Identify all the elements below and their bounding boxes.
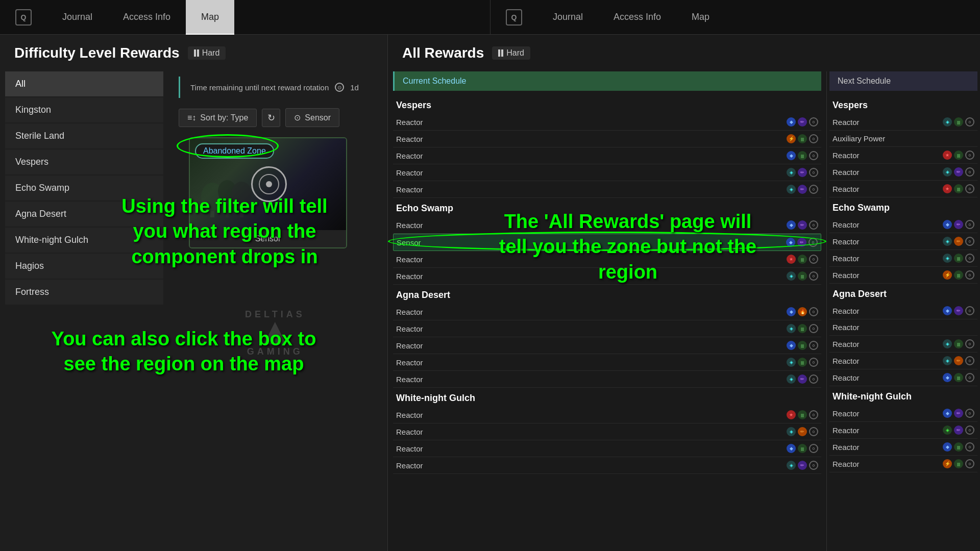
table-row: Auxiliary Power <box>829 131 977 147</box>
table-row: Reactor ◈ ✏ ○ <box>393 457 821 474</box>
current-agna-title: Agna Desert <box>393 285 821 304</box>
table-row: Reactor ◆ ✏ ○ <box>829 216 977 233</box>
refresh-button[interactable]: ↻ <box>262 109 280 127</box>
sort-button[interactable]: ≡↕ Sort by: Type <box>179 109 257 127</box>
table-row: Reactor ◈ ✏ ○ <box>393 164 821 181</box>
sensor-filter-button[interactable]: ⊙ Sensor <box>285 108 339 127</box>
table-row: Reactor ◆ ||| ○ <box>393 147 821 164</box>
region-item-vespers[interactable]: Vespers <box>5 149 163 174</box>
table-row: Reactor ⚡ ||| ○ <box>829 267 977 284</box>
table-row: Reactor ◆ 🔥 ○ <box>393 304 821 320</box>
table-row: Reactor <box>829 319 977 336</box>
sensor-filter-icon: ⊙ <box>294 113 301 122</box>
table-row: Reactor ◆ ✏ ○ <box>393 114 821 131</box>
right-panel-header: All Rewards Hard <box>388 35 980 71</box>
right-nav: Q Journal Access Info Map <box>490 0 980 34</box>
table-row: Reactor ◆ ||| ○ <box>829 439 977 456</box>
region-item-all[interactable]: All <box>5 71 163 96</box>
zone-card-label: Abandoned Zone <box>195 143 274 159</box>
region-item-kingston[interactable]: Kingston <box>5 97 163 122</box>
current-schedule-column: Current Schedule Vespers Reactor ◆ ✏ ○ R… <box>388 71 826 551</box>
table-row: Reactor ◈ ✏ ○ <box>829 422 977 439</box>
next-schedule-header: Next Schedule <box>829 71 977 91</box>
q-icon-right: Q <box>506 9 522 26</box>
left-panel-header: Difficulty Level Rewards Hard <box>0 35 387 71</box>
table-row: Reactor ◈ ||| ○ <box>829 336 977 353</box>
next-schedule-column: Next Schedule Vespers Reactor ◈ ||| ○ Au… <box>827 71 980 551</box>
table-row: Reactor ⚡ ||| ○ <box>393 131 821 147</box>
right-panel-title: All Rewards <box>402 45 484 61</box>
annotation-click-box: You can also click the box to see the re… <box>51 327 316 377</box>
table-row: Reactor ◈ ||| ○ <box>393 320 821 337</box>
table-row: Reactor ◈ ✏ ○ <box>393 181 821 198</box>
table-row: Reactor ★ ||| ○ <box>829 181 977 197</box>
left-panel: Difficulty Level Rewards Hard All Kingst… <box>0 35 388 551</box>
right-difficulty-badge: Hard <box>492 46 530 60</box>
nav-map-right[interactable]: Map <box>676 0 725 35</box>
annotation-filter: Using the filter will tell you what regi… <box>102 194 347 269</box>
annotation-all-rewards: The 'All Rewards' page will tell you the… <box>490 209 766 285</box>
sort-icon: ≡↕ <box>187 113 196 122</box>
clock-icon: ⊙ <box>335 83 344 92</box>
nav-bar: Q Journal Access Info Map Q Journal Acce… <box>0 0 980 35</box>
table-row: Reactor ◈ ||| ○ <box>829 250 977 267</box>
pause-icon <box>194 49 199 57</box>
table-row: Reactor ◈ ||| ○ <box>829 114 977 131</box>
main-content: Difficulty Level Rewards Hard All Kingst… <box>0 35 980 551</box>
current-white-night-title: White-night Gulch <box>393 388 821 407</box>
next-echo-swamp-title: Echo Swamp <box>829 197 977 216</box>
nav-map-left[interactable]: Map <box>186 0 234 35</box>
table-row: Reactor ◈ ✏ ○ <box>829 233 977 250</box>
left-main-area: All Kingston Sterile Land Vespers Echo S… <box>0 71 387 551</box>
next-white-night-title: White-night Gulch <box>829 386 977 405</box>
region-list: All Kingston Sterile Land Vespers Echo S… <box>0 71 168 305</box>
region-item-fortress[interactable]: Fortress <box>5 280 163 305</box>
filter-bar: ≡↕ Sort by: Type ↻ ⊙ Sensor <box>168 103 387 132</box>
table-row: Reactor ◆ ||| ○ <box>829 369 977 386</box>
table-row: Reactor ◈ ✏ ○ <box>829 353 977 369</box>
nav-access-info-right[interactable]: Access Info <box>598 0 676 35</box>
rewards-content: Current Schedule Vespers Reactor ◆ ✏ ○ R… <box>388 71 980 551</box>
table-row: Reactor ◈ ✏ ○ <box>393 423 821 440</box>
next-vespers-title: Vespers <box>829 95 977 114</box>
table-row: Reactor ◈ ✏ ○ <box>393 371 821 388</box>
q-icon-left: Q <box>15 9 32 26</box>
sensor-inner <box>259 174 279 194</box>
table-row: Reactor ⚡ ||| ○ <box>829 456 977 472</box>
refresh-icon: ↻ <box>267 112 275 123</box>
table-row: Reactor ◆ ||| ○ <box>393 440 821 457</box>
nav-q-left[interactable]: Q <box>0 0 47 35</box>
current-vespers-title: Vespers <box>393 95 821 114</box>
timer-bar: Time remaining until next reward rotatio… <box>179 77 377 98</box>
current-schedule-header: Current Schedule <box>393 71 821 91</box>
table-row: Reactor ◆ ||| ○ <box>393 337 821 354</box>
table-row: Reactor ◈ ||| ○ <box>393 354 821 371</box>
nav-journal-right[interactable]: Journal <box>537 0 598 35</box>
table-row: Reactor ★ ||| ○ <box>393 407 821 423</box>
right-panel: All Rewards Hard Current Schedule Vesper… <box>388 35 980 551</box>
region-sidebar: All Kingston Sterile Land Vespers Echo S… <box>0 71 168 551</box>
table-row: Reactor ◆ ✏ ○ <box>829 303 977 319</box>
left-nav: Q Journal Access Info Map <box>0 0 490 34</box>
sensor-dot <box>266 181 272 187</box>
table-row: Reactor ◆ ✏ ○ <box>829 405 977 422</box>
next-agna-title: Agna Desert <box>829 284 977 303</box>
left-difficulty-badge: Hard <box>188 46 226 60</box>
table-row: Reactor ◈ ✏ ○ <box>829 164 977 181</box>
table-row: Reactor ★ ||| ○ <box>829 147 977 164</box>
nav-journal-left[interactable]: Journal <box>47 0 108 35</box>
nav-access-info-left[interactable]: Access Info <box>108 0 186 35</box>
region-item-sterile-land[interactable]: Sterile Land <box>5 123 163 148</box>
left-panel-title: Difficulty Level Rewards <box>14 45 180 61</box>
nav-q-right[interactable]: Q <box>491 0 537 35</box>
pause-icon-right <box>498 49 503 57</box>
